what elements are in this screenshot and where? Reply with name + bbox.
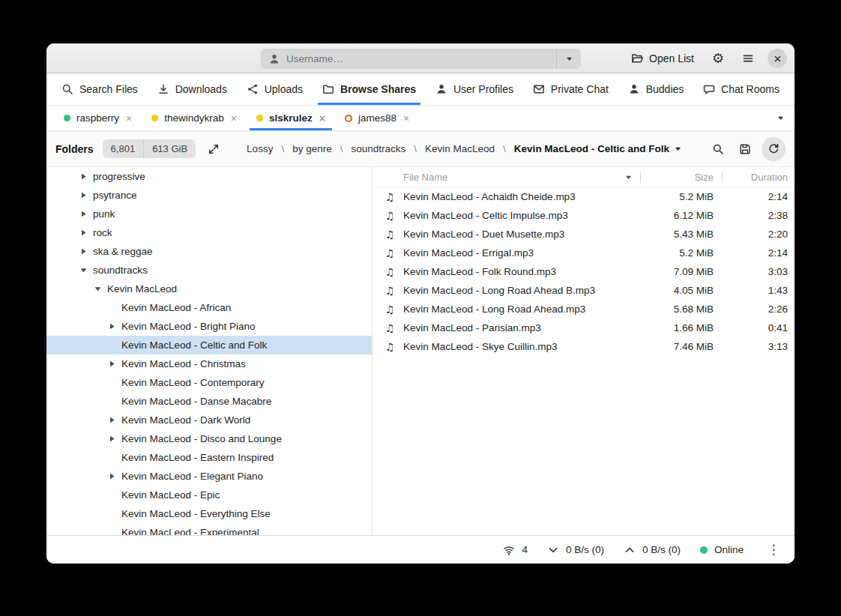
expander-open-icon[interactable] [88, 285, 107, 293]
column-header-duration[interactable]: Duration [723, 172, 788, 183]
open-list-button[interactable]: Open List [627, 49, 699, 67]
breadcrumb-separator: \ [414, 143, 417, 154]
tab-browse-shares[interactable]: Browse Shares [315, 73, 423, 105]
file-row[interactable]: ♫Kevin MacLeod - Long Road Ahead B.mp34.… [373, 281, 795, 300]
tab-user-profiles[interactable]: User Profiles [428, 73, 521, 105]
file-size: 5.2 MiB [640, 247, 722, 259]
close-tab-icon[interactable]: × [231, 113, 237, 124]
file-size: 7.46 MiB [640, 341, 722, 352]
window-close-button[interactable] [768, 49, 787, 68]
expander-closed-icon[interactable] [73, 247, 93, 256]
status-away-icon [256, 115, 263, 121]
expander-open-icon[interactable] [73, 266, 93, 274]
breadcrumb-item[interactable]: Kevin MacLeod [425, 143, 495, 154]
expander-closed-icon[interactable] [73, 229, 93, 237]
tree-row[interactable]: Kevin MacLeod - Eastern Inspired [46, 448, 372, 467]
breadcrumb-item[interactable]: Kevin MacLeod - Celtic and Folk [514, 143, 682, 154]
folder-count-badge: 6,801 [103, 139, 144, 158]
file-row[interactable]: ♫Kevin MacLeod - Duet Musette.mp35.43 Mi… [373, 225, 795, 244]
expander-closed-icon[interactable] [73, 191, 93, 199]
tree-row[interactable]: Kevin MacLeod - Everything Else [46, 504, 372, 523]
column-header-file-name[interactable]: File Name [373, 172, 640, 183]
user-tab-raspberry[interactable]: raspberry× [54, 106, 142, 130]
share-size-badge: 613 GiB [143, 139, 196, 158]
file-duration: 0:41 [722, 322, 788, 333]
expander-closed-icon[interactable] [102, 360, 121, 368]
file-row[interactable]: ♫Kevin MacLeod - Parisian.mp31.66 MiB0:4… [373, 318, 795, 337]
column-header-size[interactable]: Size [641, 172, 722, 183]
breadcrumb-item[interactable]: by genre [292, 143, 332, 154]
expand-pane-button[interactable] [203, 139, 224, 160]
avatar-icon [268, 53, 280, 65]
upload-rate-indicator[interactable]: 0 B/s (0) [624, 544, 681, 556]
expander-closed-icon[interactable] [73, 210, 93, 218]
tree-row[interactable]: Kevin MacLeod [46, 280, 372, 298]
tab-search-files[interactable]: Search Files [54, 73, 145, 105]
user-tab-james88[interactable]: james88× [335, 106, 419, 130]
tree-row[interactable]: punk [46, 205, 372, 223]
tree-row[interactable]: Kevin MacLeod - Celtic and Folk [46, 336, 372, 354]
close-tab-icon[interactable]: × [126, 113, 132, 124]
tab-chat-rooms[interactable]: Chat Rooms [696, 73, 787, 105]
tree-row[interactable]: Kevin MacLeod - Dark World [46, 411, 372, 429]
file-row[interactable]: ♫Kevin MacLeod - Skye Cuillin.mp37.46 Mi… [373, 337, 795, 356]
tree-row[interactable]: progressive [46, 167, 372, 186]
file-row[interactable]: ♫Kevin MacLeod - Achaidh Cheide.mp35.2 M… [373, 187, 795, 206]
headerbar-actions: Open List ⚙ [627, 43, 787, 73]
user-tab-slskrulez[interactable]: slskrulez× [247, 106, 335, 130]
person-icon [435, 83, 447, 95]
breadcrumb-item[interactable]: Lossy [247, 143, 273, 154]
username-input[interactable]: Username… [261, 49, 556, 69]
chat-icon [703, 83, 715, 95]
expander-closed-icon[interactable] [73, 172, 93, 181]
expander-closed-icon[interactable] [102, 472, 121, 480]
tree-row[interactable]: ska & reggae [46, 242, 372, 261]
user-tab-thewindykrab[interactable]: thewindykrab× [142, 106, 247, 130]
status-menu-button[interactable]: ⋮ [763, 540, 784, 561]
tree-row[interactable]: Kevin MacLeod - African [46, 298, 372, 317]
main-menu-button[interactable] [738, 48, 759, 69]
tree-row[interactable]: Kevin MacLeod - Epic [46, 486, 372, 504]
tab-downloads[interactable]: Downloads [150, 73, 235, 105]
tree-label: Kevin MacLeod - Disco and Lounge [121, 433, 282, 444]
file-duration: 1:43 [722, 285, 788, 296]
expander-closed-icon[interactable] [102, 416, 121, 424]
tree-row[interactable]: soundtracks [46, 261, 372, 280]
toolbar-actions [708, 137, 786, 161]
tab-private-chat[interactable]: Private Chat [525, 73, 616, 105]
search-folder-button[interactable] [708, 139, 729, 160]
tree-row[interactable]: Kevin MacLeod - Disco and Lounge [46, 429, 372, 448]
tabs-overflow-button[interactable] [766, 106, 795, 130]
download-rate-indicator[interactable]: 0 B/s (0) [547, 544, 604, 556]
tree-row[interactable]: psytrance [46, 186, 372, 205]
tree-row[interactable]: Kevin MacLeod - Bright Piano [46, 317, 372, 336]
expander-closed-icon[interactable] [102, 322, 121, 330]
tree-row[interactable]: Kevin MacLeod - Christmas [46, 354, 372, 373]
connection-status[interactable]: Online [700, 544, 744, 555]
refresh-button[interactable] [762, 137, 786, 161]
file-list-header: File Name Size Duration [373, 167, 795, 187]
close-tab-icon[interactable]: × [319, 113, 325, 124]
file-row[interactable]: ♫Kevin MacLeod - Folk Round.mp37.09 MiB3… [373, 262, 795, 281]
username-dropdown-button[interactable] [556, 49, 581, 69]
tree-row[interactable]: Kevin MacLeod - Elegant Piano [46, 467, 372, 486]
close-tab-icon[interactable]: × [403, 113, 409, 124]
tab-buddies[interactable]: Buddies [621, 73, 692, 105]
music-note-icon: ♫ [382, 266, 398, 278]
tree-row[interactable]: Kevin MacLeod - Contemporary [46, 373, 372, 392]
tab-uploads[interactable]: Uploads [239, 73, 310, 105]
file-row[interactable]: ♫Kevin MacLeod - Long Road Ahead.mp35.68… [373, 300, 795, 318]
breadcrumb-item[interactable]: soundtracks [351, 143, 406, 154]
expander-closed-icon[interactable] [102, 435, 121, 443]
close-icon [773, 54, 783, 64]
search-icon [712, 143, 724, 155]
file-row[interactable]: ♫Kevin MacLeod - Errigal.mp35.2 MiB2:14 [373, 244, 795, 262]
save-list-button[interactable] [735, 139, 756, 160]
connections-indicator[interactable]: 4 [503, 544, 528, 556]
tree-row[interactable]: Kevin MacLeod - Experimental [46, 523, 372, 535]
preferences-button[interactable]: ⚙ [708, 48, 729, 69]
sort-caret-icon[interactable] [624, 173, 633, 181]
tree-row[interactable]: rock [46, 223, 372, 242]
file-row[interactable]: ♫Kevin MacLeod - Celtic Impulse.mp36.12 … [373, 206, 795, 225]
tree-row[interactable]: Kevin MacLeod - Danse Macabre [46, 392, 372, 411]
